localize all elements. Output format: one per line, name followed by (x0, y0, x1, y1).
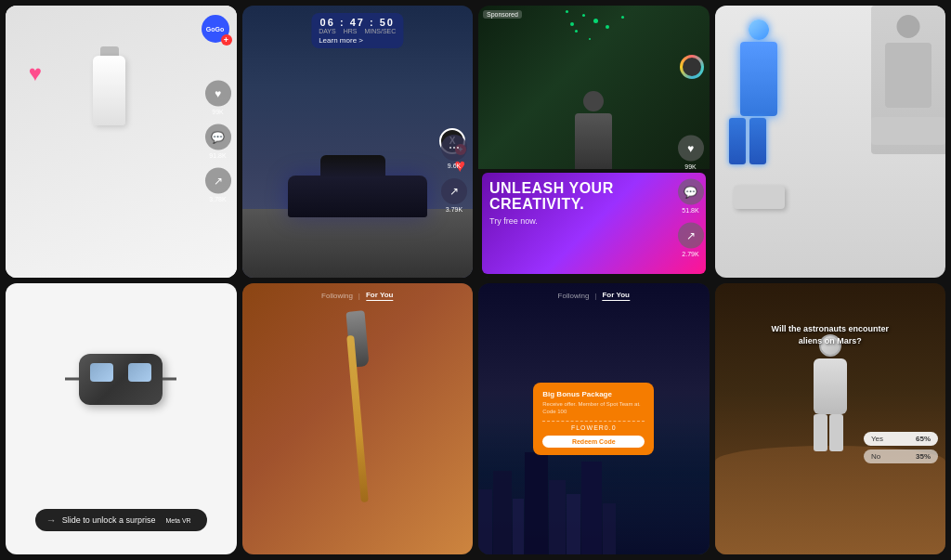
share-action-icon: ↗ (205, 168, 231, 194)
car-body (288, 176, 427, 217)
ticket-tab-bar: Following | For You (558, 291, 630, 301)
poll-question-area: Will the astronauts encounter aliens on … (770, 323, 891, 346)
car-side-actions: ⋯ 9.6K ↗ 3.79K (441, 135, 467, 213)
car-likes: ⋯ 9.6K (441, 135, 467, 169)
card1-background: ♥ GoGo + ♥ 99K 💬 91.8K (6, 6, 237, 278)
card3-background: Sponsored UNLEASH YOUR CREATIVITY. Try f… (478, 6, 710, 278)
card-car: 06 : 47 : 50 DAYS HRS MINS/SEC Learn mor… (242, 6, 474, 278)
card-fitness: ♥ GoGo + ♥ 99K 💬 91.8K (6, 6, 237, 278)
ticket-title: Big Bonus Package (542, 390, 645, 398)
card-vr: → Slide to unlock a surprise Meta VR (6, 283, 237, 555)
orbit-inner (683, 58, 701, 76)
sponsored-tag: Sponsored (483, 10, 522, 19)
unleash-side-actions: ♥ 99K 💬 51.8K ↗ 2.79K (678, 135, 704, 256)
poll-no-pct: 35% (916, 452, 931, 461)
ticket-code: FLOWER0.0 (542, 421, 645, 431)
performer-figure (575, 91, 612, 169)
poll-question-text: Will the astronauts encounter aliens on … (770, 323, 891, 346)
card5-background: → Slide to unlock a surprise Meta VR (6, 283, 237, 555)
meta-badge: Meta VR (161, 515, 195, 526)
card8-background: Will the astronauts encounter aliens on … (715, 283, 946, 555)
card-ticket: Following | For You Big Bonus Package Re… (478, 283, 710, 555)
poll-yes-pct: 65% (916, 435, 931, 443)
road (242, 209, 474, 277)
unleash-ad-box[interactable]: UNLEASH YOUR CREATIVITY. Try free now. (482, 173, 706, 274)
car-roof (320, 155, 385, 178)
poll-no-label: No (871, 452, 880, 461)
heart-icon: ♥ (29, 60, 42, 86)
card2-background: 06 : 47 : 50 DAYS HRS MINS/SEC Learn mor… (242, 6, 474, 278)
learn-more-link[interactable]: Learn more > (319, 36, 396, 45)
action-share: ↗ 3.78K (205, 168, 231, 202)
right-figure (871, 6, 945, 154)
following-bar: Following | For You (321, 291, 393, 301)
slide-unlock-bar[interactable]: → Slide to unlock a surprise Meta VR (35, 509, 207, 531)
unleash-comments: 💬 51.8K (678, 178, 704, 213)
card-unleash: Sponsored UNLEASH YOUR CREATIVITY. Try f… (478, 6, 710, 278)
ar-figure-left (729, 20, 789, 150)
poll-options: Yes 65% No 35% (864, 432, 938, 463)
card4-background (715, 6, 946, 278)
ticket-desc: Receive offer. Member of Spot Team at. C… (542, 401, 645, 416)
ticket-tab-for-you[interactable]: For You (602, 291, 629, 301)
plus-icon: + (221, 34, 232, 46)
ticket-following-bar: Following | For You (558, 291, 630, 301)
ticket-tab-following[interactable]: Following (558, 292, 590, 300)
timer-labels: DAYS HRS MINS/SEC (319, 28, 396, 34)
unleash-likes: ♥ 99K (678, 135, 704, 169)
card7-background: Following | For You Big Bonus Package Re… (478, 283, 710, 555)
tab-following[interactable]: Following (321, 292, 353, 300)
unleash-comment-icon: 💬 (678, 178, 704, 204)
comment-action-icon: 💬 (205, 124, 231, 150)
orbit-avatar (680, 55, 704, 79)
vr-lens-right (128, 363, 151, 382)
car-share-icon: ↗ (441, 178, 467, 204)
unleash-share-icon: ↗ (678, 222, 704, 248)
card-poll: Will the astronauts encounter aliens on … (715, 283, 946, 555)
unleash-subtext: Try free now. (489, 216, 698, 226)
main-grid: ♥ GoGo + ♥ 99K 💬 91.8K (0, 0, 951, 560)
card-dance (715, 6, 946, 278)
vr-display-area (79, 297, 163, 444)
astronaut (814, 334, 847, 451)
card6-background: Following | For You (242, 283, 474, 555)
vr-headset (79, 354, 163, 405)
car-heart-icon: ⋯ (441, 135, 467, 161)
unleash-headline: UNLEASH YOUR CREATIVITY. (489, 180, 698, 213)
poll-no-option[interactable]: No 35% (864, 449, 938, 463)
tab-for-you[interactable]: For You (366, 291, 393, 301)
slide-text: Slide to unlock a surprise (62, 515, 156, 525)
sofa (734, 186, 785, 209)
heart-action-icon: ♥ (205, 81, 231, 107)
unleash-heart-icon: ♥ (678, 135, 704, 161)
action-heart: ♥ 99K (205, 81, 231, 115)
performer-section: Sponsored (478, 6, 710, 169)
ticket-card[interactable]: Big Bonus Package Receive offer. Member … (533, 383, 654, 455)
gogo-badge: GoGo + (202, 15, 229, 43)
vr-lens-left (90, 363, 113, 382)
action-comment: 💬 91.8K (205, 124, 231, 159)
redeem-button[interactable]: Redeem Code (542, 436, 645, 448)
card-makeup: Following | For You (242, 283, 474, 555)
slide-arrow-icon: → (46, 514, 57, 526)
side-actions-bar: ♥ 99K 💬 91.8K ↗ 3.78K (205, 81, 231, 202)
timer-box: 06 : 47 : 50 DAYS HRS MINS/SEC Learn mor… (311, 13, 403, 48)
tab-bar: Following | For You (321, 291, 393, 301)
poll-yes-option[interactable]: Yes 65% (864, 432, 938, 446)
unleash-shares: ↗ 2.79K (678, 222, 704, 256)
car-shares: ↗ 3.79K (441, 178, 467, 213)
poll-yes-label: Yes (871, 435, 883, 443)
